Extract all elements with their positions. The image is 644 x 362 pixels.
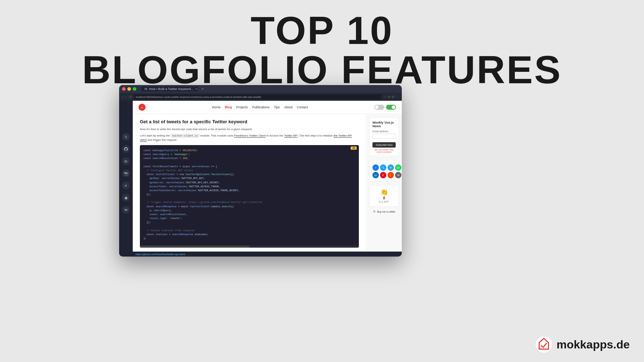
maximize-dot[interactable]	[133, 87, 136, 91]
share-linkedin-icon[interactable]: in	[372, 172, 379, 178]
share-reddit-icon[interactable]: r	[387, 172, 394, 178]
share-twitter-icon[interactable]: 𝕏	[380, 164, 386, 171]
coffee-icon: ☕	[373, 210, 376, 213]
url-input[interactable]: localhost:8000/blog/how-i-built-a-twitte…	[134, 94, 382, 99]
newsletter-card: Weekly Vue.js News Email address Subscri…	[369, 118, 399, 156]
nav-projects[interactable]: Projects	[236, 105, 248, 109]
refresh-button[interactable]: ↺	[129, 95, 132, 99]
social-twitter-icon[interactable]: 𝕏	[122, 133, 130, 141]
clap-icon[interactable]: 👏	[380, 188, 388, 196]
clap-count: 0	[383, 196, 385, 200]
social-email-icon[interactable]: ✉	[122, 206, 130, 214]
code-block: JS const mokkappsTwitterId = 481186762; …	[140, 145, 359, 248]
tab-favicon: M	[145, 87, 147, 91]
site-logo	[138, 104, 146, 111]
social-instagram-icon[interactable]: 📷	[122, 169, 130, 177]
not-convinced-link[interactable]: Not convinced? See some examples	[372, 149, 396, 153]
mokkapps-logo-icon	[535, 336, 553, 353]
code-lang-badge: JS	[351, 147, 357, 150]
browser-toolbar-icons: ☆ ⊕ ⊞ ⋮	[384, 95, 399, 99]
heading-line1: TOP 10	[0, 11, 644, 50]
bottom-logo: mokkapps.de	[535, 336, 630, 353]
share-card: f 𝕏 ✈ W in P r ✉	[369, 160, 399, 182]
article-title: Get a list of tweets for a specific Twit…	[140, 119, 359, 124]
back-button[interactable]: ‹	[122, 95, 123, 99]
brand-text: mokkapps.de	[556, 338, 630, 351]
shield-icon[interactable]: ⊕	[388, 95, 391, 99]
feedhive-link[interactable]: FeedHive's Twitter Client	[234, 134, 265, 138]
site-navigation: Home Blog Projects Publications Tips Abo…	[133, 101, 402, 114]
share-email-icon[interactable]: ✉	[395, 172, 401, 178]
address-bar: ‹ › ↺ localhost:8000/blog/how-i-built-a-…	[119, 93, 402, 101]
article-area: Get a list of tweets for a specific Twit…	[133, 114, 402, 252]
article-body: Let's start by writing the twitter-clien…	[140, 134, 359, 142]
share-icons-grid: f 𝕏 ✈ W in P r ✉	[372, 164, 396, 178]
article-main: Get a list of tweets for a specific Twit…	[133, 114, 366, 252]
browser-tab[interactable]: M How I Built a Twitter Keyword... ✕	[141, 86, 198, 91]
browser-chrome: M How I Built a Twitter Keyword... ✕ +	[119, 85, 402, 93]
theme-toggle-1[interactable]	[374, 105, 384, 110]
subscribe-button[interactable]: Subscribe Now	[372, 142, 396, 148]
nav-blog[interactable]: Blog	[225, 105, 232, 109]
clap-card: 👏 0 CLAP	[369, 185, 399, 207]
article-sidebar: Weekly Vue.js News Email address Subscri…	[366, 114, 402, 252]
new-tab-button[interactable]: +	[201, 86, 204, 91]
newsletter-title: Weekly Vue.js News	[372, 121, 396, 128]
nav-publications[interactable]: Publications	[252, 105, 270, 109]
close-dot[interactable]	[122, 87, 126, 91]
minimize-dot[interactable]	[127, 87, 131, 91]
share-whatsapp-icon[interactable]: W	[395, 164, 401, 171]
code-content: const mokkappsTwitterId = 481186762; con…	[140, 145, 359, 244]
social-linkedin-icon[interactable]: in	[122, 157, 130, 165]
status-url: https://github.com/FeedHive/twitter-api-…	[136, 253, 185, 256]
url-text: localhost:8000/blog/how-i-built-a-twitte…	[136, 96, 380, 98]
extensions-icon[interactable]: ⊞	[392, 95, 395, 99]
nav-toggles	[374, 105, 396, 110]
main-heading: TOP 10 BLOGFOLIO FEATURES	[0, 0, 644, 89]
bookmark-icon[interactable]: ☆	[384, 95, 387, 99]
article-intro: Now it's time to write the JavaScript co…	[140, 127, 359, 132]
share-telegram-icon[interactable]: ✈	[387, 164, 394, 171]
tab-title: How I Built a Twitter Keyword...	[149, 87, 194, 91]
email-label: Email address	[372, 130, 396, 133]
twitter-api-link[interactable]: Twitter API	[284, 134, 298, 138]
heading-line2: BLOGFOLIO FEATURES	[0, 50, 644, 89]
main-content-area: Home Blog Projects Publications Tips Abo…	[133, 101, 402, 257]
website-content: 𝕏 in 📷 ≡ ◉ ✉ Home Bl	[119, 101, 402, 257]
nav-links: Home Blog Projects Publications Tips Abo…	[212, 105, 308, 109]
status-bar: https://github.com/FeedHive/twitter-api-…	[133, 252, 402, 257]
email-input[interactable]	[372, 134, 396, 139]
buy-coffee-link[interactable]: ☕ Buy me a coffee	[369, 210, 399, 213]
nav-home[interactable]: Home	[212, 105, 220, 109]
code-inline-module: twitter-client.js	[171, 134, 199, 138]
clap-label: CLAP	[379, 200, 389, 203]
share-facebook-icon[interactable]: f	[372, 164, 379, 171]
nav-tips[interactable]: Tips	[274, 105, 280, 109]
theme-toggle-2[interactable]	[386, 105, 396, 110]
social-github-icon[interactable]	[122, 145, 130, 153]
code-scrollbar[interactable]	[140, 246, 359, 248]
coffee-text: Buy me a coffee	[377, 210, 395, 213]
browser-window: M How I Built a Twitter Keyword... ✕ + ‹…	[119, 85, 402, 257]
forward-button[interactable]: ›	[125, 95, 126, 99]
nav-contact[interactable]: Contact	[297, 105, 308, 109]
nav-about[interactable]: About	[284, 105, 293, 109]
code-scrollbar-thumb[interactable]	[140, 246, 249, 248]
social-stack-icon[interactable]: ≡	[122, 182, 130, 189]
menu-icon[interactable]: ⋮	[396, 95, 399, 99]
social-sidebar: 𝕏 in 📷 ≡ ◉ ✉	[119, 101, 133, 257]
tab-close-button[interactable]: ✕	[195, 88, 198, 91]
social-rss-icon[interactable]: ◉	[122, 194, 130, 202]
share-pinterest-icon[interactable]: P	[380, 172, 386, 178]
